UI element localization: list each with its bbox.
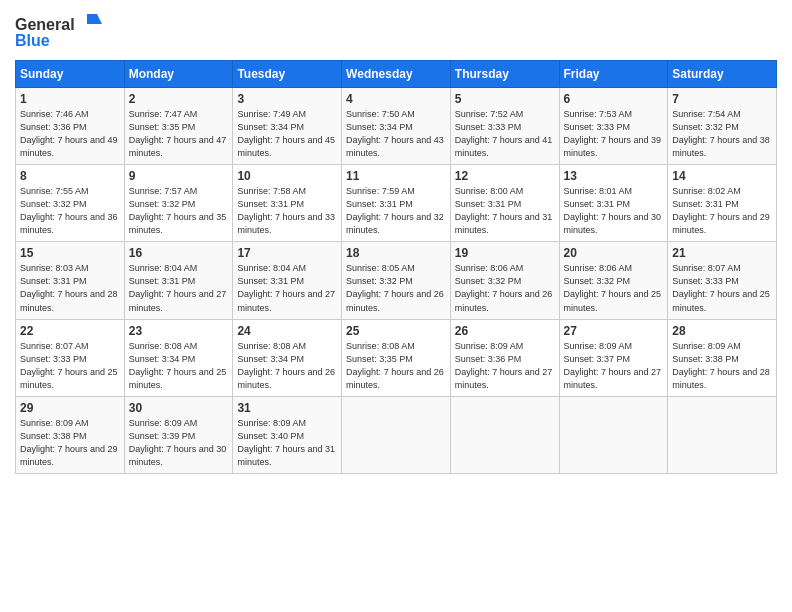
calendar-cell: 4Sunrise: 7:50 AMSunset: 3:34 PMDaylight… [342,88,451,165]
calendar-cell: 18Sunrise: 8:05 AMSunset: 3:32 PMDayligh… [342,242,451,319]
day-info: Sunrise: 8:07 AMSunset: 3:33 PMDaylight:… [672,262,772,314]
day-info: Sunrise: 8:09 AMSunset: 3:39 PMDaylight:… [129,417,229,469]
day-number: 18 [346,246,446,260]
day-info: Sunrise: 8:03 AMSunset: 3:31 PMDaylight:… [20,262,120,314]
calendar-cell: 28Sunrise: 8:09 AMSunset: 3:38 PMDayligh… [668,319,777,396]
calendar-cell: 9Sunrise: 7:57 AMSunset: 3:32 PMDaylight… [124,165,233,242]
calendar-cell: 7Sunrise: 7:54 AMSunset: 3:32 PMDaylight… [668,88,777,165]
svg-text:Blue: Blue [15,32,50,49]
day-info: Sunrise: 8:09 AMSunset: 3:37 PMDaylight:… [564,340,664,392]
calendar-table: SundayMondayTuesdayWednesdayThursdayFrid… [15,60,777,474]
calendar-cell [559,396,668,473]
day-number: 28 [672,324,772,338]
day-info: Sunrise: 7:46 AMSunset: 3:36 PMDaylight:… [20,108,120,160]
day-info: Sunrise: 8:05 AMSunset: 3:32 PMDaylight:… [346,262,446,314]
week-row-4: 29Sunrise: 8:09 AMSunset: 3:38 PMDayligh… [16,396,777,473]
day-info: Sunrise: 7:54 AMSunset: 3:32 PMDaylight:… [672,108,772,160]
calendar-cell: 25Sunrise: 8:08 AMSunset: 3:35 PMDayligh… [342,319,451,396]
day-number: 30 [129,401,229,415]
day-number: 14 [672,169,772,183]
col-header-sunday: Sunday [16,61,125,88]
calendar-cell: 31Sunrise: 8:09 AMSunset: 3:40 PMDayligh… [233,396,342,473]
week-row-0: 1Sunrise: 7:46 AMSunset: 3:36 PMDaylight… [16,88,777,165]
day-number: 29 [20,401,120,415]
day-info: Sunrise: 8:08 AMSunset: 3:34 PMDaylight:… [129,340,229,392]
calendar-cell [668,396,777,473]
calendar-cell: 29Sunrise: 8:09 AMSunset: 3:38 PMDayligh… [16,396,125,473]
day-number: 4 [346,92,446,106]
day-number: 5 [455,92,555,106]
calendar-cell [450,396,559,473]
day-info: Sunrise: 7:52 AMSunset: 3:33 PMDaylight:… [455,108,555,160]
col-header-friday: Friday [559,61,668,88]
col-header-monday: Monday [124,61,233,88]
day-info: Sunrise: 8:04 AMSunset: 3:31 PMDaylight:… [237,262,337,314]
day-info: Sunrise: 8:01 AMSunset: 3:31 PMDaylight:… [564,185,664,237]
day-info: Sunrise: 8:07 AMSunset: 3:33 PMDaylight:… [20,340,120,392]
day-info: Sunrise: 8:09 AMSunset: 3:40 PMDaylight:… [237,417,337,469]
logo: General Blue [15,10,105,54]
calendar-cell: 6Sunrise: 7:53 AMSunset: 3:33 PMDaylight… [559,88,668,165]
calendar-cell: 5Sunrise: 7:52 AMSunset: 3:33 PMDaylight… [450,88,559,165]
calendar-cell: 2Sunrise: 7:47 AMSunset: 3:35 PMDaylight… [124,88,233,165]
svg-marker-1 [87,14,102,24]
day-info: Sunrise: 8:06 AMSunset: 3:32 PMDaylight:… [564,262,664,314]
svg-text:General: General [15,16,75,33]
day-number: 19 [455,246,555,260]
day-info: Sunrise: 7:50 AMSunset: 3:34 PMDaylight:… [346,108,446,160]
calendar-cell: 16Sunrise: 8:04 AMSunset: 3:31 PMDayligh… [124,242,233,319]
week-row-3: 22Sunrise: 8:07 AMSunset: 3:33 PMDayligh… [16,319,777,396]
day-number: 9 [129,169,229,183]
day-info: Sunrise: 7:49 AMSunset: 3:34 PMDaylight:… [237,108,337,160]
calendar-cell: 11Sunrise: 7:59 AMSunset: 3:31 PMDayligh… [342,165,451,242]
day-info: Sunrise: 8:00 AMSunset: 3:31 PMDaylight:… [455,185,555,237]
calendar-cell: 19Sunrise: 8:06 AMSunset: 3:32 PMDayligh… [450,242,559,319]
day-info: Sunrise: 8:02 AMSunset: 3:31 PMDaylight:… [672,185,772,237]
calendar-cell [342,396,451,473]
calendar-cell: 21Sunrise: 8:07 AMSunset: 3:33 PMDayligh… [668,242,777,319]
day-number: 6 [564,92,664,106]
day-number: 17 [237,246,337,260]
day-number: 26 [455,324,555,338]
page-container: General Blue SundayMondayTuesdayWednesda… [0,0,792,484]
day-number: 16 [129,246,229,260]
week-row-2: 15Sunrise: 8:03 AMSunset: 3:31 PMDayligh… [16,242,777,319]
day-info: Sunrise: 7:59 AMSunset: 3:31 PMDaylight:… [346,185,446,237]
day-number: 3 [237,92,337,106]
week-row-1: 8Sunrise: 7:55 AMSunset: 3:32 PMDaylight… [16,165,777,242]
day-info: Sunrise: 8:08 AMSunset: 3:34 PMDaylight:… [237,340,337,392]
logo-block: General Blue [15,10,105,54]
day-number: 1 [20,92,120,106]
day-info: Sunrise: 8:08 AMSunset: 3:35 PMDaylight:… [346,340,446,392]
day-info: Sunrise: 8:06 AMSunset: 3:32 PMDaylight:… [455,262,555,314]
day-info: Sunrise: 8:09 AMSunset: 3:38 PMDaylight:… [20,417,120,469]
day-info: Sunrise: 7:57 AMSunset: 3:32 PMDaylight:… [129,185,229,237]
day-info: Sunrise: 7:58 AMSunset: 3:31 PMDaylight:… [237,185,337,237]
day-number: 13 [564,169,664,183]
calendar-cell: 24Sunrise: 8:08 AMSunset: 3:34 PMDayligh… [233,319,342,396]
calendar-cell: 8Sunrise: 7:55 AMSunset: 3:32 PMDaylight… [16,165,125,242]
calendar-cell: 15Sunrise: 8:03 AMSunset: 3:31 PMDayligh… [16,242,125,319]
calendar-cell: 22Sunrise: 8:07 AMSunset: 3:33 PMDayligh… [16,319,125,396]
day-info: Sunrise: 7:55 AMSunset: 3:32 PMDaylight:… [20,185,120,237]
day-info: Sunrise: 7:47 AMSunset: 3:35 PMDaylight:… [129,108,229,160]
day-number: 25 [346,324,446,338]
col-header-tuesday: Tuesday [233,61,342,88]
day-number: 2 [129,92,229,106]
calendar-cell: 14Sunrise: 8:02 AMSunset: 3:31 PMDayligh… [668,165,777,242]
calendar-cell: 20Sunrise: 8:06 AMSunset: 3:32 PMDayligh… [559,242,668,319]
day-number: 24 [237,324,337,338]
day-number: 22 [20,324,120,338]
calendar-cell: 17Sunrise: 8:04 AMSunset: 3:31 PMDayligh… [233,242,342,319]
day-number: 8 [20,169,120,183]
calendar-cell: 26Sunrise: 8:09 AMSunset: 3:36 PMDayligh… [450,319,559,396]
col-header-thursday: Thursday [450,61,559,88]
calendar-cell: 30Sunrise: 8:09 AMSunset: 3:39 PMDayligh… [124,396,233,473]
calendar-cell: 10Sunrise: 7:58 AMSunset: 3:31 PMDayligh… [233,165,342,242]
day-number: 23 [129,324,229,338]
logo-svg: General Blue [15,10,105,50]
day-number: 15 [20,246,120,260]
day-number: 10 [237,169,337,183]
day-info: Sunrise: 8:09 AMSunset: 3:36 PMDaylight:… [455,340,555,392]
day-number: 7 [672,92,772,106]
